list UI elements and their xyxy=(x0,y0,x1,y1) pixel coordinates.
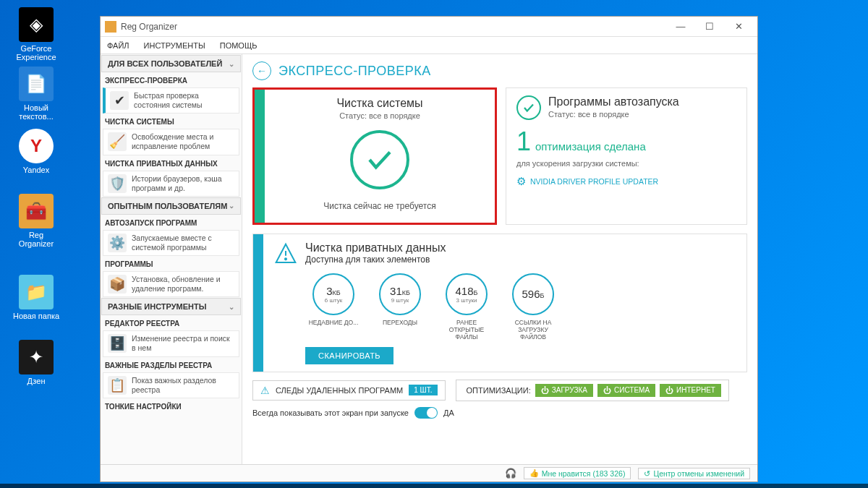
back-button[interactable]: ← xyxy=(252,61,271,80)
like-button[interactable]: 👍Мне нравится (183 326) xyxy=(524,467,631,479)
desktop-icon-yandex[interactable]: YYandex xyxy=(11,129,61,174)
opt-internet-button[interactable]: ⏻ИНТЕРНЕТ xyxy=(660,384,721,397)
power-icon: ⏻ xyxy=(541,386,549,395)
page-title: ЭКСПРЕСС-ПРОВЕРКА xyxy=(278,64,431,79)
card-private-data: Чистка приватных данных Доступна для так… xyxy=(252,234,747,372)
sidebar: ДЛЯ ВСЕХ ПОЛЬЗОВАТЕЛЕЙ⌄ ЭКСПРЕСС-ПРОВЕРК… xyxy=(101,54,242,464)
reg-organizer-icon: 🧰 xyxy=(19,194,54,228)
statusbar: 🎧 👍Мне нравится (183 326) ↺Центр отмены … xyxy=(101,464,757,481)
card-status: Статус: все в порядке xyxy=(548,110,679,119)
always-show-row: Всегда показывать этот экран при запуске… xyxy=(252,407,747,423)
box-icon: 📦 xyxy=(108,275,127,294)
card-accent xyxy=(255,90,265,223)
app-window: Reg Organizer — ☐ ✕ ФАЙЛ ИНСТРУМЕНТЫ ПОМ… xyxy=(100,16,758,482)
sidebar-item-system-clean[interactable]: 🧹Освобождение места и исправление пробле… xyxy=(103,129,239,155)
power-icon: ⏻ xyxy=(665,386,673,395)
desktop-icon-regorganizer[interactable]: 🧰Reg Organizer xyxy=(11,194,61,248)
sidebar-item-regedit[interactable]: 🗄️Изменение реестра и поиск в нем xyxy=(103,330,239,356)
folder-icon: 📁 xyxy=(19,275,54,309)
card-title: Чистка системы xyxy=(336,97,422,110)
optimizations-panel: ОПТИМИЗАЦИИ: ⏻ЗАГРУЗКА ⏻СИСТЕМА ⏻ИНТЕРНЕ… xyxy=(456,380,729,401)
undo-center-button[interactable]: ↺Центр отмены изменений xyxy=(638,468,750,479)
chevron-down-icon: ⌄ xyxy=(229,303,234,311)
card-footer: Чистка сейчас не требуется xyxy=(323,201,435,215)
menu-tools[interactable]: ИНСТРУМЕНТЫ xyxy=(142,39,208,52)
check-circle-icon xyxy=(516,95,541,120)
menubar: ФАЙЛ ИНСТРУМЕНТЫ ПОМОЩЬ xyxy=(101,37,757,54)
nvidia-icon: ◈ xyxy=(19,7,54,42)
always-show-toggle[interactable] xyxy=(414,407,438,419)
sidebar-cat-regedit: РЕДАКТОР РЕЕСТРА xyxy=(101,317,242,330)
maximize-button[interactable]: ☐ xyxy=(695,17,724,36)
chevron-down-icon: ⌄ xyxy=(229,202,234,210)
power-icon: ⏻ xyxy=(603,386,611,395)
sidebar-item-autostart[interactable]: ⚙️Запускаемые вместе с системой программ… xyxy=(103,230,239,256)
desktop-icon-folder[interactable]: 📁Новая папка xyxy=(11,275,61,320)
sidebar-header-all-users[interactable]: ДЛЯ ВСЕХ ПОЛЬЗОВАТЕЛЕЙ⌄ xyxy=(101,55,241,72)
opt-system-button[interactable]: ⏻СИСТЕМА xyxy=(597,384,655,397)
sidebar-cat-fine-tuning: ТОНКИЕ НАСТРОЙКИ xyxy=(101,401,242,413)
desktop-icon-dzen[interactable]: ✦Дзен xyxy=(11,340,61,385)
gear-icon: ⚙ xyxy=(516,175,526,188)
minimize-button[interactable]: — xyxy=(666,17,695,36)
card-autostart[interactable]: Программы автозапуска Статус: все в поря… xyxy=(506,87,747,225)
titlebar[interactable]: Reg Organizer — ☐ ✕ xyxy=(101,17,757,37)
shield-icon: 🛡️ xyxy=(108,174,127,193)
desktop-icon-geforce[interactable]: ◈GeForce Experience xyxy=(11,7,61,61)
file-icon: 📄 xyxy=(19,67,54,101)
stat-opened-files[interactable]: 418Б3 штукиРАНЕЕ ОТКРЫТЫЕ ФАЙЛЫ xyxy=(438,273,495,341)
dzen-icon: ✦ xyxy=(19,340,54,374)
warning-icon xyxy=(273,241,298,266)
sidebar-item-programs[interactable]: 📦Установка, обновление и удаление програ… xyxy=(103,271,239,297)
sidebar-item-private-clean[interactable]: 🛡️Истории браузеров, кэша программ и др. xyxy=(103,171,239,197)
sidebar-item-express-check[interactable]: ✔︎Быстрая проверка состояния системы xyxy=(103,87,239,114)
menu-file[interactable]: ФАЙЛ xyxy=(105,39,132,52)
sidebar-header-advanced[interactable]: ОПЫТНЫМ ПОЛЬЗОВАТЕЛЯМ⌄ xyxy=(101,197,241,215)
svg-point-2 xyxy=(285,258,286,260)
sidebar-cat-system-clean: ЧИСТКА СИСТЕМЫ xyxy=(101,116,242,128)
card-status: Статус: все в порядке xyxy=(339,111,420,120)
sidebar-cat-private: ЧИСТКА ПРИВАТНЫХ ДАННЫХ xyxy=(101,158,242,170)
sidebar-cat-express: ЭКСПРЕСС-ПРОВЕРКА xyxy=(101,74,242,87)
traces-count-badge: 1 ШТ. xyxy=(409,385,437,395)
taskbar[interactable] xyxy=(0,484,868,488)
window-title: Reg Organizer xyxy=(121,22,666,32)
optimization-subtitle: для ускорения загрузки системы: xyxy=(516,159,736,168)
close-button[interactable]: ✕ xyxy=(724,17,753,36)
optimization-count: 1 оптимизация сделана xyxy=(516,129,736,155)
deleted-programs-traces[interactable]: ⚠ СЛЕДЫ УДАЛЕННЫХ ПРОГРАММ 1 ШТ. xyxy=(252,380,446,401)
sidebar-cat-autostart: АВТОЗАПУСК ПРОГРАММ xyxy=(101,217,242,229)
card-status: Доступна для таких элементов xyxy=(305,254,446,265)
thumbs-up-icon: 👍 xyxy=(529,468,539,478)
sidebar-header-tools[interactable]: РАЗНЫЕ ИНСТРУМЕНТЫ⌄ xyxy=(101,298,241,315)
card-system-cleanup[interactable]: Чистка системы Статус: все в порядке Чис… xyxy=(252,87,497,225)
check-icon: ✔︎ xyxy=(110,91,129,110)
warning-icon: ⚠ xyxy=(260,385,270,396)
sidebar-cat-important-keys: ВАЖНЫЕ РАЗДЕЛЫ РЕЕСТРА xyxy=(101,359,242,372)
main-content: ← ЭКСПРЕСС-ПРОВЕРКА Чистка системы Стату… xyxy=(242,54,757,464)
startup-icon: ⚙️ xyxy=(108,234,127,252)
stat-transitions[interactable]: 31КБ9 штукПЕРЕХОДЫ xyxy=(372,273,428,341)
desktop-icon-textfile[interactable]: 📄Новый текстов... xyxy=(11,67,61,121)
support-icon[interactable]: 🎧 xyxy=(505,468,516,479)
stat-recent-docs[interactable]: 3КБ6 штукНЕДАВНИЕ ДО... xyxy=(305,273,362,341)
chevron-down-icon: ⌄ xyxy=(229,60,234,68)
yandex-icon: Y xyxy=(19,129,54,163)
card-accent xyxy=(253,234,263,372)
sidebar-item-important-keys[interactable]: 📋Показ важных разделов реестра xyxy=(103,372,239,398)
optimization-item[interactable]: ⚙NVIDIA DRIVER PROFILE UPDATER xyxy=(516,175,736,188)
undo-icon: ↺ xyxy=(644,469,650,478)
card-title: Чистка приватных данных xyxy=(305,241,446,254)
scan-button[interactable]: СКАНИРОВАТЬ xyxy=(305,347,393,364)
key-sections-icon: 📋 xyxy=(108,376,127,395)
sidebar-cat-programs: ПРОГРАММЫ xyxy=(101,258,242,270)
opt-boot-button[interactable]: ⏻ЗАГРУЗКА xyxy=(535,384,593,397)
check-circle-icon xyxy=(350,130,409,189)
registry-icon: 🗄️ xyxy=(108,334,127,353)
menu-help[interactable]: ПОМОЩЬ xyxy=(218,39,260,52)
broom-icon: 🧹 xyxy=(108,132,127,151)
card-title: Программы автозапуска xyxy=(548,95,679,108)
stat-download-links[interactable]: 596БССЫЛКИ НА ЗАГРУЗКУ ФАЙЛОВ xyxy=(505,273,561,341)
app-icon xyxy=(105,21,116,33)
private-data-stats: 3КБ6 штукНЕДАВНИЕ ДО... 31КБ9 штукПЕРЕХО… xyxy=(305,273,736,341)
